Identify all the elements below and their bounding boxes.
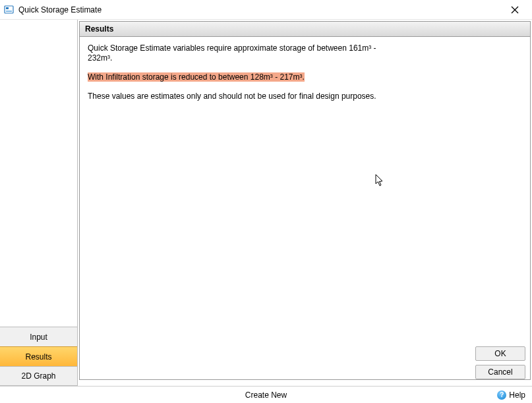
statusbar: Create New ? Help xyxy=(0,386,532,403)
tab-label: Results xyxy=(25,352,51,362)
panel-header: Results xyxy=(80,22,530,37)
results-panel: Results Quick Storage Estimate variables… xyxy=(79,21,531,380)
ok-button[interactable]: OK xyxy=(475,346,525,361)
svg-rect-0 xyxy=(5,6,13,13)
svg-rect-2 xyxy=(6,11,12,12)
content-area: Results Quick Storage Estimate variables… xyxy=(78,20,532,386)
sidebar-spacer xyxy=(0,20,77,327)
highlight-text: With Infiltration storage is reduced to … xyxy=(88,72,305,82)
results-text-3: These values are estimates only and shou… xyxy=(88,92,382,101)
dialog-buttons: OK Cancel xyxy=(475,346,525,379)
help-icon: ? xyxy=(497,390,506,400)
main-area: Input Results 2D Graph Results Quick Sto… xyxy=(0,20,532,386)
app-icon xyxy=(4,5,15,15)
tab-results[interactable]: Results xyxy=(0,346,77,366)
tab-label: 2D Graph xyxy=(21,371,55,381)
button-label: Cancel xyxy=(488,367,512,377)
tab-label: Input xyxy=(30,333,47,342)
sidebar: Input Results 2D Graph xyxy=(0,20,78,386)
panel-body: Quick Storage Estimate variables require… xyxy=(80,37,390,117)
tab-input[interactable]: Input xyxy=(0,327,77,346)
cancel-button[interactable]: Cancel xyxy=(475,365,525,379)
help-link[interactable]: ? Help xyxy=(497,390,525,400)
create-new-link[interactable]: Create New xyxy=(245,390,287,400)
tab-2d-graph[interactable]: 2D Graph xyxy=(0,366,77,386)
results-text-1: Quick Storage Estimate variables require… xyxy=(88,43,382,63)
help-label: Help xyxy=(509,390,525,400)
close-button[interactable] xyxy=(502,1,528,19)
button-label: OK xyxy=(494,349,506,358)
svg-rect-1 xyxy=(6,7,9,9)
results-text-highlight: With Infiltration storage is reduced to … xyxy=(88,72,382,82)
window-title: Quick Storage Estimate xyxy=(18,5,102,14)
titlebar: Quick Storage Estimate xyxy=(0,0,532,20)
